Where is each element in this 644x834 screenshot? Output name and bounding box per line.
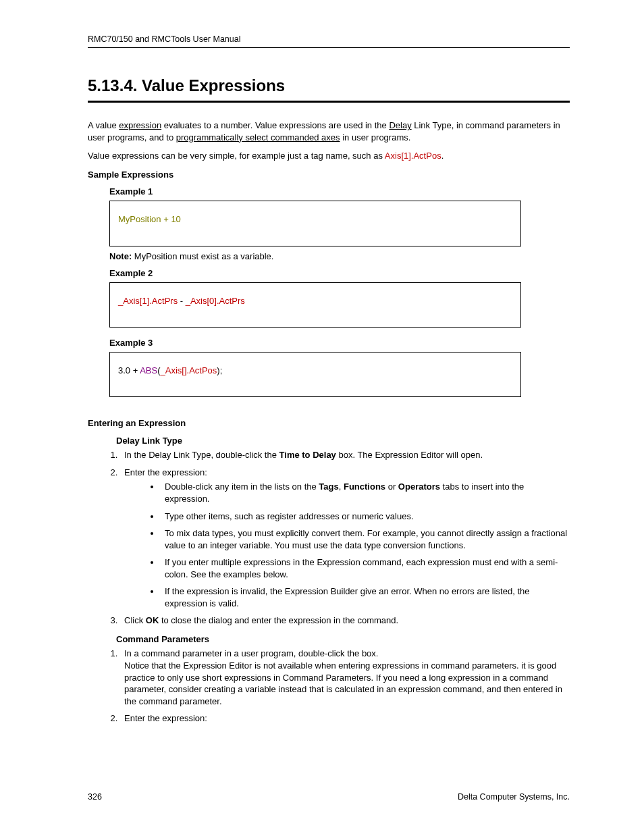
code-text: - (178, 296, 186, 306)
entering-expression-heading: Entering an Expression (88, 417, 570, 429)
example-1-codebox: MyPosition + 10 (109, 201, 521, 246)
title-rule (88, 101, 570, 103)
code-tag: _Axis[].ActPos (161, 365, 217, 375)
text: Click (124, 615, 146, 625)
list-item: Enter the expression: Double-click any i… (120, 467, 570, 609)
code-func: ABS (140, 365, 157, 375)
list-item: Double-click any item in the lists on th… (161, 481, 570, 504)
note-text: MyPosition must exist as a variable. (132, 251, 273, 261)
command-parameters-list: In a command parameter in a user program… (120, 648, 570, 724)
text: Value expressions can be very simple, fo… (88, 151, 385, 161)
document-page: RMC70/150 and RMCTools User Manual 5.13.… (0, 0, 644, 834)
text: in user programs. (340, 132, 411, 142)
example-1-note: Note: MyPosition must exist as a variabl… (109, 251, 570, 263)
code-text: MyPosition + 10 (118, 214, 181, 224)
note-label: Note: (109, 251, 132, 261)
code-text: 3.0 + (118, 365, 140, 375)
list-item: If the expression is invalid, the Expres… (161, 585, 570, 609)
list-item: Type other items, such as register addre… (161, 511, 570, 523)
list-item: Click OK to close the dialog and enter t… (120, 615, 570, 627)
sample-expressions-heading: Sample Expressions (88, 169, 570, 181)
text: A value (88, 120, 119, 130)
ui-label: Time to Delay (279, 450, 336, 460)
intro-paragraph-1: A value expression evaluates to a number… (88, 120, 570, 143)
ui-label: Operators (398, 481, 440, 492)
link-prog-select-axes[interactable]: programmatically select commanded axes (176, 132, 340, 142)
text: or (385, 481, 398, 492)
enter-expression-bullets: Double-click any item in the lists on th… (161, 481, 570, 609)
ui-label: OK (146, 615, 159, 625)
link-expression[interactable]: expression (119, 120, 161, 130)
example-2-codebox: _Axis[1].ActPrs - _Axis[0].ActPrs (109, 282, 521, 328)
page-number: 326 (88, 791, 102, 803)
text: evaluates to a number. Value expressions… (161, 120, 389, 130)
command-parameters-heading: Command Parameters (116, 633, 570, 646)
code-tag: Axis[1].ActPos (385, 151, 441, 161)
example-3-codebox: 3.0 + ABS(_Axis[].ActPos); (109, 352, 521, 398)
page-footer: 326 Delta Computer Systems, Inc. (88, 791, 570, 803)
text: to close the dialog and enter the expres… (159, 615, 398, 625)
text: . (441, 151, 444, 161)
code-text: ); (217, 365, 222, 375)
list-item: In a command parameter in a user program… (120, 648, 570, 707)
code-text: _Axis[0].ActPrs (186, 296, 245, 306)
section-title: 5.13.4. Value Expressions (88, 75, 570, 97)
footer-company: Delta Computer Systems, Inc. (458, 791, 570, 803)
delay-link-type-heading: Delay Link Type (116, 435, 570, 447)
example-1-label: Example 1 (109, 186, 570, 198)
running-header: RMC70/150 and RMCTools User Manual (88, 34, 570, 45)
text: Double-click any item in the lists on th… (165, 481, 319, 492)
text: Notice that the Expression Editor is not… (124, 660, 562, 706)
intro-paragraph-2: Value expressions can be very simple, fo… (88, 150, 570, 162)
list-item: To mix data types, you must explicitly c… (161, 527, 570, 551)
text: , (339, 481, 344, 492)
list-item: Enter the expression: (120, 712, 570, 725)
header-rule (88, 47, 570, 48)
text: Enter the expression: (124, 467, 207, 477)
text: In a command parameter in a user program… (124, 648, 378, 658)
text: In the Delay Link Type, double-click the (124, 450, 279, 460)
code-text: _Axis[1].ActPrs (118, 296, 178, 306)
list-item: In the Delay Link Type, double-click the… (120, 449, 570, 461)
ui-label: Tags (319, 481, 338, 492)
example-3-label: Example 3 (109, 337, 570, 349)
delay-steps-list: In the Delay Link Type, double-click the… (120, 449, 570, 627)
ui-label: Functions (344, 481, 385, 492)
link-delay[interactable]: Delay (389, 120, 411, 130)
list-item: If you enter multiple expressions in the… (161, 556, 570, 580)
text: box. The Expression Editor will open. (336, 450, 483, 460)
example-2-label: Example 2 (109, 267, 570, 280)
